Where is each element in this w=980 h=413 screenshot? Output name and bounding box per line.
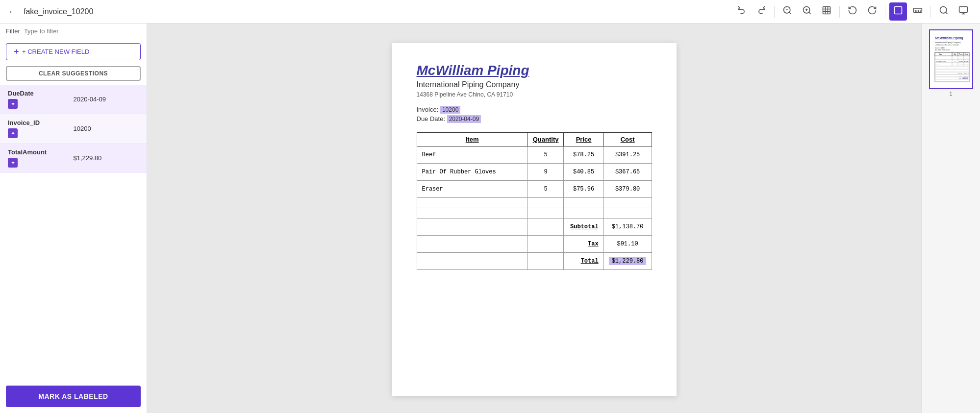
tax-empty-item <box>417 236 528 253</box>
svg-line-1 <box>789 12 791 14</box>
clear-suggestions-button[interactable]: CLEAR SUGGESTIONS <box>6 66 141 81</box>
redo-button[interactable] <box>753 2 770 21</box>
thumbnail-preview: McWilliam Piping International Piping Co… <box>932 32 972 86</box>
subtotal-empty-qty <box>528 219 564 236</box>
table-row: Beef 5 $78.25 $391.25 <box>417 146 652 164</box>
zoom-in-button[interactable] <box>798 2 816 21</box>
ruler-button[interactable] <box>909 2 927 21</box>
cell-price: $40.85 <box>564 164 603 181</box>
cell-cost <box>603 208 652 219</box>
total-empty-item <box>417 253 528 270</box>
field-add-icon[interactable]: ✦ <box>8 99 18 109</box>
subtotal-row: Subtotal $1,138.70 <box>417 219 652 236</box>
company-name: McWilliam Piping <box>417 63 652 78</box>
svg-text:$391.25: $391.25 <box>964 57 969 59</box>
svg-rect-16 <box>959 7 968 13</box>
svg-text:Eraser: Eraser <box>936 64 940 66</box>
svg-text:Beef: Beef <box>936 57 938 59</box>
cell-item <box>417 208 528 219</box>
toolbar <box>733 2 972 21</box>
svg-text:Price: Price <box>959 53 963 55</box>
zoom-out-button[interactable] <box>779 2 796 21</box>
cell-qty <box>528 208 564 219</box>
invoice-number-line: Invoice: 10200 <box>417 106 652 113</box>
header: ← fake_invoice_10200 <box>0 0 980 24</box>
page-thumbnail[interactable]: McWilliam Piping International Piping Co… <box>929 29 973 89</box>
field-item: Invoice_ID ✦ 10200 <box>0 114 147 144</box>
svg-rect-9 <box>914 8 922 12</box>
search-button[interactable] <box>935 2 953 21</box>
monitor-button[interactable] <box>955 2 972 21</box>
field-add-icon[interactable]: ✦ <box>8 158 18 168</box>
col-header-price: Price <box>564 133 603 146</box>
document-page: McWilliam Piping International Piping Co… <box>392 43 677 396</box>
mark-as-labeled-button[interactable]: MARK AS LABELED <box>6 386 141 407</box>
subtotal-label: Subtotal <box>564 219 603 236</box>
svg-text:$75.96: $75.96 <box>959 64 963 66</box>
tax-empty-qty <box>528 236 564 253</box>
left-panel: Filter ＋ + CREATE NEW FIELD CLEAR SUGGES… <box>0 24 147 413</box>
invoice-table: Item Quantity Price Cost Beef 5 $78.25 $… <box>417 132 652 270</box>
rotate-right-button[interactable] <box>863 2 881 21</box>
main-area: Filter ＋ + CREATE NEW FIELD CLEAR SUGGES… <box>0 24 980 413</box>
cell-qty: 5 <box>528 181 564 198</box>
cell-cost <box>603 198 652 208</box>
company-address: 14368 Pipeline Ave Chino, CA 91710 <box>417 91 652 98</box>
filter-input[interactable] <box>24 27 141 35</box>
table-row: Eraser 5 $75.96 $379.80 <box>417 181 652 198</box>
table-row: Pair Of Rubber Gloves 9 $40.85 $367.65 <box>417 164 652 181</box>
tax-value: $91.10 <box>603 236 652 253</box>
svg-text:Qty: Qty <box>954 53 956 55</box>
field-item: DueDate ✦ 2020-04-09 <box>0 85 147 114</box>
col-header-item: Item <box>417 133 528 146</box>
create-field-button[interactable]: ＋ + CREATE NEW FIELD <box>6 43 141 60</box>
rotate-left-button[interactable] <box>844 2 861 21</box>
total-empty-qty <box>528 253 564 270</box>
total-row: Total $1,229.80 <box>417 253 652 270</box>
svg-point-14 <box>940 7 947 13</box>
svg-text:Subtotal: Subtotal <box>957 73 962 74</box>
svg-text:$379.80: $379.80 <box>964 64 969 66</box>
undo-button[interactable] <box>733 2 751 21</box>
cell-qty: 9 <box>528 164 564 181</box>
field-value: 2020-04-09 <box>74 96 139 103</box>
cell-cost: $379.80 <box>603 181 652 198</box>
back-button[interactable]: ← <box>8 6 18 17</box>
field-name: TotalAmount <box>8 148 74 156</box>
field-name: DueDate <box>8 90 74 97</box>
svg-text:$40.85: $40.85 <box>959 61 963 62</box>
cell-price: $75.96 <box>564 181 603 198</box>
svg-text:$78.25: $78.25 <box>959 57 963 59</box>
tax-label: Tax <box>564 236 603 253</box>
cell-item: Eraser <box>417 181 528 198</box>
cell-item: Beef <box>417 146 528 164</box>
invoice-label: Invoice: <box>417 106 439 113</box>
field-add-icon[interactable]: ✦ <box>8 128 18 138</box>
fields-list: DueDate ✦ 2020-04-09 Invoice_ID ✦ 10200 … <box>0 85 147 380</box>
total-label: Total <box>564 253 603 270</box>
right-thumbnail-panel: McWilliam Piping International Piping Co… <box>921 24 980 413</box>
field-value: 10200 <box>74 125 139 132</box>
cell-item: Pair Of Rubber Gloves <box>417 164 528 181</box>
filter-label: Filter <box>6 27 20 35</box>
fit-button[interactable] <box>818 2 835 21</box>
svg-text:Due Date: 2020-04-09: Due Date: 2020-04-09 <box>935 49 950 51</box>
select-button[interactable] <box>889 2 907 21</box>
plus-icon: ＋ <box>12 47 20 57</box>
subtotal-empty-item <box>417 219 528 236</box>
due-date-label: Due Date: <box>417 115 446 122</box>
svg-text:Item: Item <box>939 53 942 55</box>
svg-text:14368 Pipeline Ave Chino, CA 9: 14368 Pipeline Ave Chino, CA 91710 <box>935 44 959 46</box>
document-area[interactable]: McWilliam Piping International Piping Co… <box>147 24 921 413</box>
cell-price: $78.25 <box>564 146 603 164</box>
svg-text:Total: Total <box>958 78 961 79</box>
svg-line-4 <box>809 12 811 14</box>
cell-cost: $367.65 <box>603 164 652 181</box>
cell-price <box>564 198 603 208</box>
thumbnail-page-number: 1 <box>950 91 953 97</box>
svg-text:Cost: Cost <box>964 53 968 55</box>
cell-cost: $391.25 <box>603 146 652 164</box>
svg-text:$367.65: $367.65 <box>964 61 969 62</box>
create-field-label: + CREATE NEW FIELD <box>22 48 89 55</box>
table-row <box>417 198 652 208</box>
